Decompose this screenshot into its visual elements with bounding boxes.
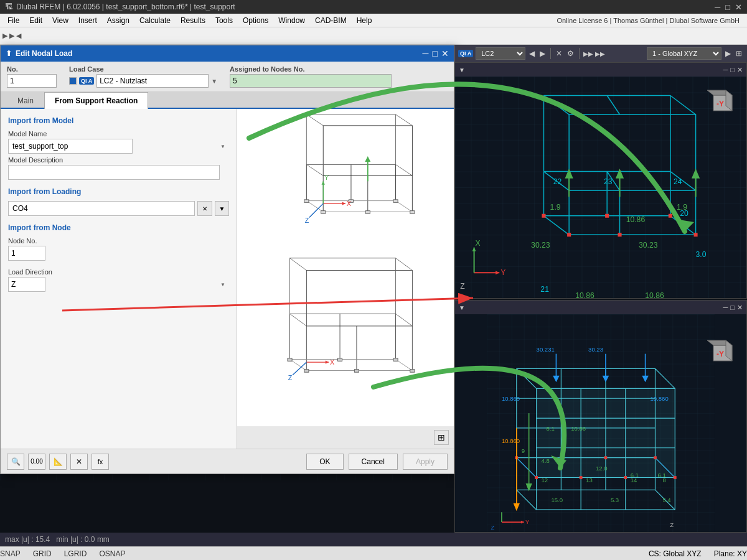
footer-formula-button[interactable]: fx (92, 454, 109, 470)
no-field-group: No. (7, 65, 57, 88)
menu-cad-bim[interactable]: CAD-BIM (310, 15, 352, 26)
toolbar-sep2 (579, 48, 580, 59)
menu-file[interactable]: File (2, 15, 24, 26)
tab-main[interactable]: Main (7, 92, 44, 109)
svg-text:10.86: 10.86 (571, 425, 586, 432)
viewport-top: ▼ ─ □ ✕ (454, 62, 747, 299)
close-button[interactable]: ✕ (735, 2, 742, 12)
top-viewport-svg: 1.9 10.86 1.9 3.0 30.23 30.23 10.86 10.8… (455, 77, 746, 298)
viewport-top-close[interactable]: ✕ (737, 66, 743, 74)
snap-lgrid[interactable]: LGRID (64, 549, 87, 558)
dialog-maximize-button[interactable]: □ (433, 49, 438, 58)
toolbar-icon2[interactable]: ⚙ (566, 48, 575, 59)
viewport-bottom-minimize[interactable]: ─ (723, 304, 728, 312)
snap-osnap[interactable]: OSNAP (99, 549, 125, 558)
viewport-bottom: ▼ ─ □ ✕ (454, 300, 747, 533)
viewport-bottom-titlebar: ▼ ─ □ ✕ (455, 301, 746, 314)
tab-from-support-reaction[interactable]: From Support Reaction (44, 92, 148, 109)
svg-rect-61 (393, 358, 398, 361)
footer-search-button[interactable]: 🔍 (7, 454, 24, 470)
menu-assign[interactable]: Assign (102, 15, 134, 26)
model-name-select[interactable]: test_support_top test_support_bottom (8, 139, 133, 154)
menu-results[interactable]: Results (176, 15, 210, 26)
viewport-top-minimize[interactable]: ─ (723, 66, 728, 74)
snap-snap[interactable]: SNAP (0, 549, 21, 558)
nav-right-icon[interactable]: ▶ (538, 48, 547, 59)
menu-tools[interactable]: Tools (210, 15, 238, 26)
svg-text:10.860: 10.860 (502, 437, 520, 444)
lc-badge: QI A (79, 77, 94, 85)
load-dir-row: Load Direction Z X Y (8, 268, 229, 292)
toolbar-expand-icon[interactable]: ▶ (724, 48, 732, 59)
menu-help[interactable]: Help (352, 15, 377, 26)
node-no-label: Node No. (8, 237, 229, 245)
model-name-label: Model Name (8, 130, 229, 138)
footer-right-buttons: OK Cancel Apply (306, 454, 448, 470)
top-toolbar: ▶ ▶ ◀ (0, 27, 747, 45)
preview-3d-svg: X Y Z (237, 109, 454, 426)
cs-select[interactable]: 1 - Global XYZ (647, 47, 721, 60)
import-from-loading-section: Import from Loading CO4 CO3 CO2 LC1 ✕ ▼ (8, 187, 229, 216)
maximize-button[interactable]: □ (725, 2, 730, 12)
nav-left-icon[interactable]: ◀ (528, 48, 536, 59)
dialog-minimize-button[interactable]: ─ (423, 49, 429, 58)
cube-nav-icon-bottom[interactable]: -Y (704, 333, 741, 370)
model-desc-input[interactable] (8, 165, 220, 180)
svg-rect-70 (455, 77, 746, 298)
svg-line-6 (396, 114, 413, 126)
menu-view[interactable]: View (47, 15, 73, 26)
viewport-bottom-controls[interactable]: ─ □ ✕ (723, 304, 743, 312)
minimize-button[interactable]: ─ (715, 2, 720, 12)
menu-calculate[interactable]: Calculate (134, 15, 176, 26)
toolbar-lc-select[interactable]: LC2 (476, 47, 525, 60)
license-info: Online License 6 | Thomas Günthel | Dlub… (557, 17, 740, 24)
viewport-top-titlebar: ▼ ─ □ ✕ (455, 63, 746, 77)
main-area: ⬆ Edit Nodal Load ─ □ ✕ No. Load Case QI… (0, 45, 747, 533)
menu-edit[interactable]: Edit (24, 15, 47, 26)
svg-text:Z: Z (670, 521, 674, 528)
footer-measure-button[interactable]: 📐 (49, 454, 67, 470)
preview-icon-button[interactable]: ⊞ (434, 430, 449, 445)
apply-button[interactable]: Apply (403, 454, 448, 470)
svg-text:23: 23 (604, 177, 613, 186)
node-no-select[interactable]: 1 2 3 (8, 246, 45, 261)
load-case-label: Load Case (69, 65, 217, 73)
svg-rect-62 (354, 370, 359, 372)
menu-options[interactable]: Options (238, 15, 273, 26)
viewport-top-controls[interactable]: ─ □ ✕ (723, 66, 743, 74)
left-panel: Import from Model Model Name test_suppor… (1, 109, 237, 449)
load-dir-select[interactable]: Z X Y (8, 277, 45, 292)
loading-delete-button[interactable]: ✕ (197, 201, 212, 216)
load-case-dropdown[interactable]: LC2 - Nutzlast (96, 74, 209, 88)
dialog-title-right[interactable]: ─ □ ✕ (423, 49, 449, 58)
toolbar-icon3[interactable]: ⊞ (735, 48, 743, 59)
delete-icon[interactable]: ✕ (555, 48, 563, 59)
toolbar-placeholder: ▶ ▶ ◀ (2, 32, 21, 40)
svg-rect-92 (567, 233, 571, 236)
footer-zero-button[interactable]: 0.00 (28, 454, 45, 470)
cancel-button[interactable]: Cancel (349, 454, 398, 470)
assigned-input[interactable] (230, 74, 392, 88)
menu-window[interactable]: Window (273, 15, 310, 26)
cube-icon-bottom-svg: -Y (704, 333, 741, 370)
viewport-top-restore[interactable]: □ (730, 66, 735, 74)
footer-delete-button[interactable]: ✕ (70, 454, 88, 470)
svg-text:12: 12 (542, 477, 548, 483)
viewport-bottom-restore[interactable]: □ (730, 304, 735, 312)
app-icon: 🏗 (5, 2, 12, 11)
svg-text:20: 20 (680, 209, 688, 218)
cube-nav-icon[interactable]: -Y (704, 83, 741, 120)
menu-insert[interactable]: Insert (73, 15, 102, 26)
title-bar-controls[interactable]: ─ □ ✕ (715, 2, 742, 12)
loading-menu-button[interactable]: ▼ (215, 201, 229, 216)
no-input[interactable] (7, 74, 57, 88)
load-dir-label: Load Direction (8, 268, 229, 276)
model-desc-label: Model Description (8, 156, 229, 164)
ok-button[interactable]: OK (306, 454, 343, 470)
loading-select[interactable]: CO4 CO3 CO2 LC1 (8, 201, 195, 216)
snap-grid[interactable]: GRID (33, 549, 52, 558)
viewport-bottom-close[interactable]: ✕ (737, 304, 743, 312)
svg-text:5.3: 5.3 (611, 497, 619, 503)
svg-text:21: 21 (540, 285, 549, 294)
dialog-close-button[interactable]: ✕ (441, 49, 449, 58)
